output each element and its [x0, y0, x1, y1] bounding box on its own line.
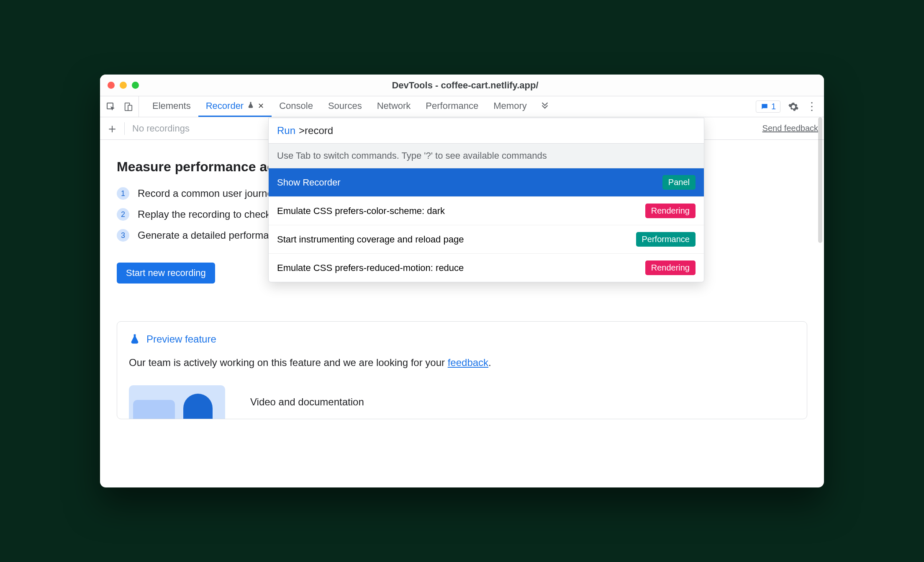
devtools-window: DevTools - coffee-cart.netlify.app/ Elem… — [100, 75, 824, 487]
tab-label: Console — [279, 101, 313, 111]
traffic-lights — [108, 82, 139, 89]
issues-badge[interactable]: 1 — [756, 101, 780, 113]
command-run-label: Run — [277, 125, 295, 137]
preview-body-suffix: . — [488, 357, 491, 368]
command-result-badge: Performance — [636, 232, 696, 247]
tab-label: Sources — [328, 101, 362, 111]
preview-card-media: Video and documentation — [129, 385, 795, 419]
tabs-overflow-button[interactable] — [534, 96, 555, 117]
preview-body-prefix: Our team is actively working on this fea… — [129, 357, 448, 368]
inspect-element-icon[interactable] — [106, 102, 116, 112]
tab-label: Recorder — [206, 101, 244, 111]
main-toolbar: Elements Recorder ✕ Console Sources Netw… — [100, 96, 824, 117]
maximize-window-button[interactable] — [132, 82, 139, 89]
minimize-window-button[interactable] — [120, 82, 127, 89]
tab-memory[interactable]: Memory — [486, 96, 534, 117]
tab-label: Performance — [426, 101, 478, 111]
tab-console[interactable]: Console — [272, 96, 321, 117]
send-feedback-link[interactable]: Send feedback — [762, 124, 818, 133]
tab-label: Memory — [493, 101, 526, 111]
command-results-list: Show RecorderPanelEmulate CSS prefers-co… — [269, 168, 704, 282]
command-result-row[interactable]: Emulate CSS prefers-reduced-motion: redu… — [269, 254, 704, 282]
tab-label: Network — [377, 101, 411, 111]
command-result-badge: Rendering — [645, 204, 696, 218]
step-number: 3 — [117, 229, 129, 242]
scrollbar[interactable] — [818, 117, 822, 243]
step-number: 2 — [117, 208, 129, 221]
feedback-link-inline[interactable]: feedback — [448, 357, 488, 368]
device-toolbar-icon[interactable] — [123, 102, 133, 111]
preview-card-title: Preview feature — [146, 333, 216, 345]
issues-count: 1 — [771, 102, 776, 111]
command-result-text: Show Recorder — [277, 177, 341, 188]
command-result-text: Start instrumenting coverage and reload … — [277, 234, 464, 245]
settings-icon[interactable] — [788, 101, 799, 112]
command-result-badge: Rendering — [645, 260, 696, 275]
preview-card-header: Preview feature — [129, 333, 795, 345]
close-tab-icon[interactable]: ✕ — [258, 101, 264, 111]
tab-sources[interactable]: Sources — [321, 96, 370, 117]
command-result-badge: Panel — [662, 175, 696, 190]
preview-card-body: Our team is actively working on this fea… — [129, 357, 795, 369]
command-result-row[interactable]: Show RecorderPanel — [269, 168, 704, 197]
toolbar-right-group: 1 ⋮ — [749, 96, 824, 117]
tab-performance[interactable]: Performance — [418, 96, 486, 117]
svg-rect-2 — [128, 105, 132, 111]
flask-icon — [247, 101, 254, 111]
panel-tabs: Elements Recorder ✕ Console Sources Netw… — [139, 96, 555, 117]
close-window-button[interactable] — [108, 82, 115, 89]
tab-label: Elements — [152, 101, 191, 111]
toolbar-left-group — [100, 96, 139, 117]
command-result-row[interactable]: Start instrumenting coverage and reload … — [269, 225, 704, 254]
flask-icon — [129, 333, 141, 345]
command-input-value: >record — [299, 125, 333, 137]
step-number: 1 — [117, 187, 129, 200]
command-menu: Run >record Use Tab to switch commands. … — [268, 118, 704, 282]
more-options-icon[interactable]: ⋮ — [806, 100, 817, 113]
start-recording-button[interactable]: Start new recording — [117, 263, 215, 284]
command-result-text: Emulate CSS prefers-reduced-motion: redu… — [277, 263, 464, 273]
tab-elements[interactable]: Elements — [145, 96, 198, 117]
recordings-placeholder: No recordings — [125, 123, 190, 134]
new-recording-button[interactable]: ＋ — [106, 122, 125, 135]
window-title: DevTools - coffee-cart.netlify.app/ — [139, 80, 791, 91]
command-search-row[interactable]: Run >record — [269, 118, 704, 143]
command-hint: Use Tab to switch commands. Type '?' to … — [269, 143, 704, 168]
preview-feature-card: Preview feature Our team is actively wor… — [117, 321, 807, 419]
titlebar: DevTools - coffee-cart.netlify.app/ — [100, 75, 824, 96]
media-label: Video and documentation — [250, 396, 364, 408]
command-result-row[interactable]: Emulate CSS prefers-color-scheme: darkRe… — [269, 197, 704, 225]
command-result-text: Emulate CSS prefers-color-scheme: dark — [277, 206, 445, 217]
tab-network[interactable]: Network — [370, 96, 418, 117]
tab-recorder[interactable]: Recorder ✕ — [198, 96, 272, 117]
video-thumbnail[interactable] — [129, 385, 225, 419]
